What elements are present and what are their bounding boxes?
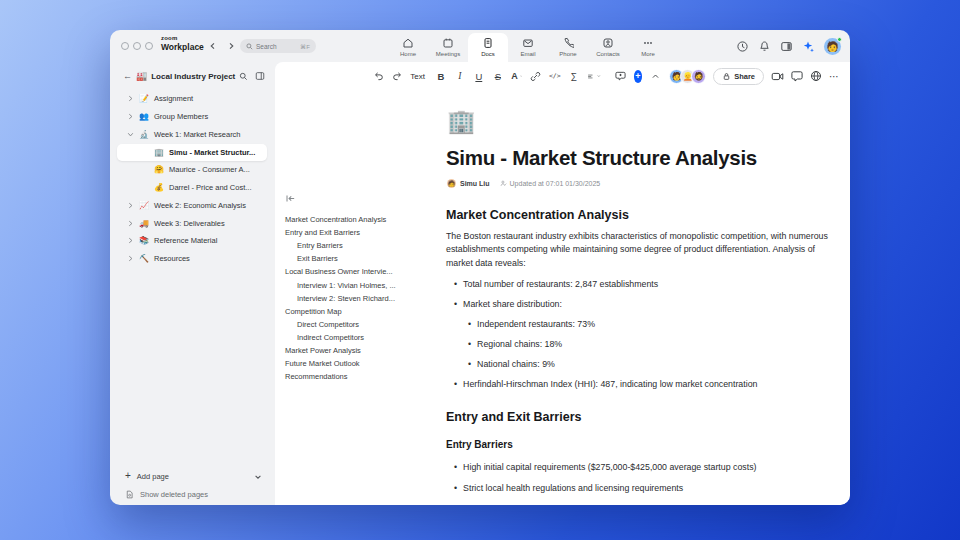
document-body[interactable]: 🏢 Simu - Market Structure Analysis 🧑 Sim… [440,62,840,505]
sidebar-item-label: Group Members [154,112,208,121]
outline-item[interactable]: Market Power Analysis [285,344,437,357]
side-panel-toggle-icon[interactable] [780,40,793,53]
ai-companion-sparkle-icon[interactable] [802,40,815,53]
chevron-left-icon [209,42,217,50]
sidebar-item-week3[interactable]: 🚚 Week 3: Deliverables [110,215,275,232]
tab-meetings[interactable]: Meetings [428,33,468,62]
simu-page-icon: 🏢 [154,148,164,157]
window-topbar: zoom Workplace Search ⌘F Home Meetings [110,30,850,62]
text-style-dropdown[interactable]: Text [411,69,427,84]
project-icon: 🏭 [136,71,147,81]
window-close-button[interactable] [121,42,129,50]
sidebar-item-simu-page[interactable]: 🏢 Simu - Market Structur... [117,144,267,161]
notifications-bell-icon[interactable] [758,40,771,53]
collapse-outline-button[interactable] [285,192,437,204]
undo-button[interactable] [373,69,384,84]
outline-item[interactable]: Interview 2: Steven Richard... [285,292,437,305]
week2-icon: 📈 [139,201,149,210]
docs-icon [482,37,494,49]
updated-timestamp: Updated at 07:01 01/30/2025 [500,180,601,187]
assignment-icon: 📝 [139,94,149,103]
reference-material-icon: 📚 [139,236,149,245]
tab-label: More [641,51,655,57]
tab-label: Email [520,51,535,57]
chevron-right-icon[interactable] [126,95,134,103]
tab-phone[interactable]: Phone [548,33,588,62]
phone-icon [562,37,574,49]
sidebar-item-label: Resources [154,254,190,263]
redo-button[interactable] [392,69,403,84]
tab-label: Docs [481,51,495,57]
document-title[interactable]: Simu - Market Structure Analysis [446,146,757,170]
collapse-sidebar-icon[interactable] [255,71,265,81]
outline-item[interactable]: Interview 1: Vivian Holmes, ... [285,278,437,291]
account-avatar[interactable]: 🧑 [824,38,841,55]
search-icon [246,43,253,50]
window-minimize-button[interactable] [133,42,141,50]
project-header: ← 🏭 Local Industry Project [110,66,275,86]
resources-icon: ⛏️ [139,254,149,263]
bullet-item: Market share distribution: [454,299,562,309]
outline-item[interactable]: Indirect Competitors [285,331,437,344]
outline-item[interactable]: Recommendations [285,370,437,383]
window-controls[interactable] [121,42,153,50]
chevron-right-icon[interactable] [126,255,134,263]
add-page-label: Add page [137,472,169,481]
chevron-down-icon[interactable] [254,467,262,485]
chevron-right-icon[interactable] [126,237,134,245]
show-deleted-pages-button[interactable]: Show deleted pages [110,486,275,502]
tab-email[interactable]: Email [508,33,548,62]
clock-icon[interactable] [736,40,749,53]
outline-item[interactable]: Competition Map [285,305,437,318]
sidebar-item-darrel-page[interactable]: 💰 Darrel - Price and Cost... [110,179,275,196]
chevron-right-icon[interactable] [126,202,134,210]
section-heading: Entry and Exit Barriers [446,410,581,424]
search-bar[interactable]: Search ⌘F [240,39,316,53]
outline-item[interactable]: Exit Barriers [285,252,437,265]
window-zoom-button[interactable] [145,42,153,50]
outline-item[interactable]: Entry Barriers [285,239,437,252]
tab-contacts[interactable]: Contacts [588,33,628,62]
add-page-button[interactable]: + Add page [110,468,275,484]
sidebar-item-week2[interactable]: 📈 Week 2: Economic Analysis [110,197,275,214]
author-avatar: 🧑 [447,179,456,188]
tab-home[interactable]: Home [388,33,428,62]
tab-docs[interactable]: Docs [468,33,508,62]
outline-item[interactable]: Local Business Owner Intervie... [285,265,437,278]
week1-icon: 🔬 [139,130,149,139]
sidebar-item-resources[interactable]: ⛏️ Resources [110,250,275,267]
sidebar-item-group-members[interactable]: 👥 Group Members [110,108,275,125]
section-paragraph: The Boston restaurant industry exhibits … [446,230,832,270]
project-sidebar: ← 🏭 Local Industry Project 📝 Assignment … [110,62,275,505]
outline-item[interactable]: Entry and Exit Barriers [285,226,437,239]
outline-item[interactable]: Future Market Outlook [285,357,437,370]
email-icon [522,37,534,49]
sidebar-item-maurice-page[interactable]: 🤗 Maurice - Consumer A... [110,161,275,178]
deleted-page-icon [125,490,134,499]
back-arrow-icon[interactable]: ← [123,71,132,81]
sidebar-item-reference-material[interactable]: 📚 Reference Material [110,232,275,249]
contacts-icon [602,37,614,49]
back-button[interactable] [206,39,220,53]
sidebar-item-assignment[interactable]: 📝 Assignment [110,90,275,107]
forward-button[interactable] [224,39,238,53]
bullet-item: Total number of restaurants: 2,847 estab… [454,279,658,289]
chevron-down-icon[interactable] [126,131,134,139]
sidebar-item-week1[interactable]: 🔬 Week 1: Market Research [110,126,275,143]
zoom-workplace-window: zoom Workplace Search ⌘F Home Meetings [110,30,850,505]
sidebar-search-icon[interactable] [239,72,248,81]
darrel-page-icon: 💰 [154,183,164,192]
search-placeholder: Search [256,43,277,50]
section-heading: Market Concentration Analysis [446,208,629,222]
home-icon [402,37,414,49]
bullet-subitem: Independent restaurants: 73% [468,319,595,329]
logo-text-zoom: zoom [161,35,204,41]
logo-text-workplace: Workplace [161,43,204,52]
outline-item[interactable]: Market Concentration Analysis [285,213,437,226]
tab-label: Phone [559,51,576,57]
chevron-right-icon[interactable] [126,113,134,121]
tab-more[interactable]: More [628,33,668,62]
outline-item[interactable]: Direct Competitors [285,318,437,331]
sidebar-item-label: Week 2: Economic Analysis [154,201,246,210]
chevron-right-icon[interactable] [126,220,134,228]
